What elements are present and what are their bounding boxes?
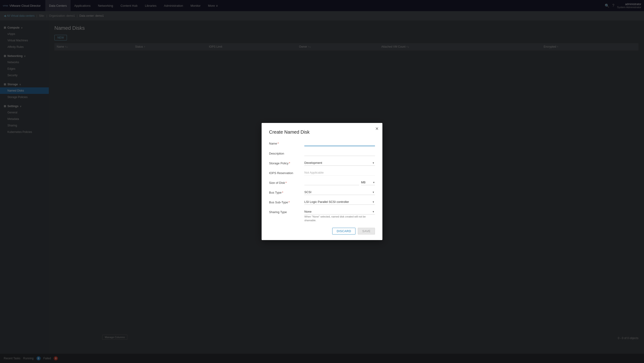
modal-close-button[interactable]: ✕ — [375, 127, 379, 131]
storage-policy-wrapper: Development — [304, 160, 375, 166]
form-row-size: Size of Disk* MB GB TB — [269, 180, 375, 185]
sharing-type-select[interactable]: None Activated — [304, 209, 375, 214]
sharing-type-section: None Activated When "None" selected, nam… — [304, 209, 375, 222]
discard-button[interactable]: DISCARD — [332, 228, 356, 234]
storage-policy-label: Storage Policy* — [269, 160, 302, 165]
form-row-description: Description — [269, 150, 375, 156]
size-label: Size of Disk* — [269, 180, 302, 184]
form-row-storage-policy: Storage Policy* Development — [269, 160, 375, 166]
description-input[interactable] — [304, 150, 375, 156]
size-unit-wrapper: MB GB TB — [361, 180, 375, 185]
size-row: MB GB TB — [304, 180, 375, 185]
form-row-iops: IOPS Reservation Not Applicable — [269, 170, 375, 176]
iops-placeholder: Not Applicable — [304, 170, 375, 176]
form-row-bus-sub-type: Bus Sub-Type* LSI Logic Parallel SCSI co… — [269, 199, 375, 205]
bus-type-select[interactable]: SCSI IDE SATA — [304, 190, 375, 195]
modal-title: Create Named Disk — [269, 130, 375, 135]
bus-sub-type-select[interactable]: LSI Logic Parallel SCSI controller LSI L… — [304, 199, 375, 205]
bus-sub-type-wrapper: LSI Logic Parallel SCSI controller LSI L… — [304, 199, 375, 205]
name-label: Name* — [269, 140, 302, 145]
create-named-disk-modal: Create Named Disk ✕ Name* Description St… — [262, 123, 382, 240]
modal-footer: DISCARD SAVE — [269, 228, 375, 234]
iops-label: IOPS Reservation — [269, 170, 302, 175]
name-input[interactable] — [304, 140, 375, 146]
form-row-sharing-type: Sharing Type None Activated When "None" … — [269, 209, 375, 222]
size-input[interactable] — [304, 180, 359, 185]
name-required: * — [278, 142, 279, 145]
modal-overlay[interactable]: Create Named Disk ✕ Name* Description St… — [0, 0, 644, 363]
form-row-name: Name* — [269, 140, 375, 146]
sharing-type-label: Sharing Type — [269, 209, 302, 214]
save-button[interactable]: SAVE — [358, 228, 375, 234]
bus-type-label: Bus Type* — [269, 190, 302, 194]
storage-policy-select[interactable]: Development — [304, 160, 375, 166]
bus-type-wrapper: SCSI IDE SATA — [304, 190, 375, 195]
bus-sub-type-label: Bus Sub-Type* — [269, 199, 302, 204]
sharing-type-wrapper: None Activated — [304, 209, 375, 214]
sharing-hint: When "None" selected, named disk created… — [304, 215, 375, 222]
form-row-bus-type: Bus Type* SCSI IDE SATA — [269, 190, 375, 195]
size-unit-select[interactable]: MB GB TB — [361, 180, 375, 185]
description-label: Description — [269, 150, 302, 155]
